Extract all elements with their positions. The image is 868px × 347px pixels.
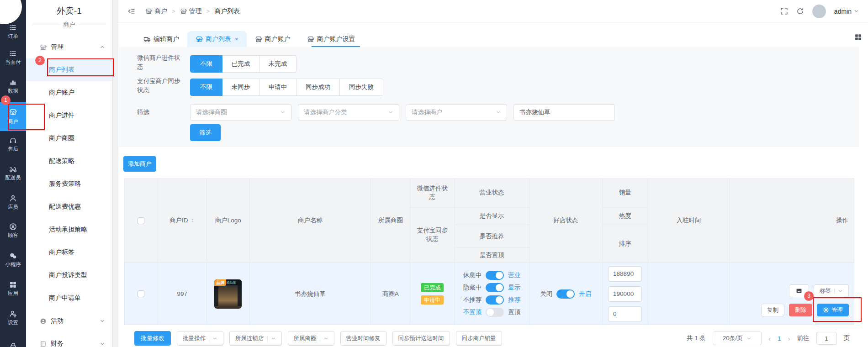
tab-merchant-account[interactable]: 商户账户 [247,31,299,47]
header-good-shop-status: 好店状态 [529,179,603,263]
district-dropdown[interactable]: 所属商圈 [288,331,334,346]
rail-item-courier[interactable]: 配送员 [0,165,26,181]
sidebar-item-delivery-strategy[interactable]: 配送策略 [26,150,112,173]
avatar[interactable] [812,5,826,18]
tab-merchant-list[interactable]: 商户列表 × [187,31,247,47]
sidebar-item-merchant-list[interactable]: 商户列表 [26,58,112,81]
bulk-edit-button[interactable]: 批量修改 [134,331,171,346]
page-size-select[interactable]: 20条/页 [713,331,762,345]
tag-dropdown-button[interactable]: 标签 [814,284,849,297]
sidebar-item-complaint-types[interactable]: 商户投诉类型 [26,264,112,287]
breadcrumb-merchant-list: 商户列表 [214,7,240,16]
bulk-action-dropdown[interactable]: 批量操作 [177,331,223,346]
sidebar-item-merchant-applications[interactable]: 商户申请单 [26,287,112,310]
header-sales: 销量 [603,179,648,207]
rail-item-settings[interactable]: 设置 [0,310,26,326]
chain-store-dropdown[interactable]: 所属连锁店 [229,331,282,346]
business-toggle-row: 休息中 营业 [463,271,521,280]
rail-item-apps[interactable]: 应用 [0,281,26,297]
divider [79,25,107,25]
sort-carets-icon[interactable] [190,217,195,224]
rail-item-facepay[interactable]: 当面付 [0,50,26,66]
segment-option-unlimited[interactable]: 不限 [190,79,222,96]
rail-item-label: 店员 [8,204,18,210]
header-status-group: 微信进件状态 支付宝同步状态 [410,179,455,263]
sidebar-collapse-icon[interactable] [127,7,135,15]
sidebar-item-merchant-account[interactable]: 商户账户 [26,81,112,104]
goto-page-input[interactable] [816,332,837,345]
sort-input[interactable] [608,306,642,322]
segment-option-unsynced[interactable]: 未同步 [222,79,259,96]
tag-button-label: 标签 [820,287,831,295]
segment-option-completed[interactable]: 已完成 [222,55,259,73]
merchant-keyword-input[interactable] [513,104,615,121]
rail-item-staff[interactable]: 店员 [0,195,26,210]
sidebar-item-merchant-tags[interactable]: 商户标签 [26,241,112,264]
sync-eta-button[interactable]: 同步预计送达时间 [392,331,450,346]
pagination-prev[interactable]: ‹ [768,335,771,342]
recommend-toggle[interactable] [486,295,504,305]
delete-button[interactable]: 删除 [789,304,812,316]
sidebar-item-activity-cost[interactable]: 活动承担策略 [26,218,112,241]
tab-list-grid-icon[interactable] [854,33,862,41]
image-button[interactable] [789,284,809,297]
copy-button[interactable]: 复制 [761,304,784,316]
pagination-page-1[interactable]: 1 [778,335,781,342]
tab-merchant-account-settings[interactable]: 商户账户设置 [299,31,364,47]
tab-edit-merchant[interactable]: 编辑商户 [135,31,187,47]
sidebar-item-merchant-district[interactable]: 商户商圈 [26,127,112,150]
segment-option-sync-success[interactable]: 同步成功 [296,79,340,96]
header-join-time: 入驻时间 [648,179,730,263]
user-menu[interactable]: admin [834,8,859,15]
wechat-icon [9,252,17,260]
add-merchant-button[interactable]: 添加商户 [123,156,156,172]
refresh-icon[interactable] [796,7,804,15]
segment-option-unlimited[interactable]: 不限 [190,55,222,73]
segment-option-sync-failed[interactable]: 同步失败 [339,79,383,96]
breadcrumb-merchant[interactable]: 商户 [145,7,167,16]
sidebar-item-merchant-onboarding[interactable]: 商户进件 [26,104,112,127]
rail-item-customer[interactable]: 顾客 [0,223,26,239]
fullscreen-icon[interactable] [780,7,788,15]
pin-toggle[interactable] [486,308,504,317]
toggle-on-label: 显示 [508,284,520,292]
menu-group-activity[interactable]: 活动 [26,310,112,332]
sync-merchant-sales-button[interactable]: 同步商户销量 [456,331,502,346]
fix-business-hours-button[interactable]: 营业时间修复 [340,331,386,346]
chevron-down-icon [280,110,286,115]
good-shop-toggle[interactable] [556,289,575,299]
chevron-down-icon [854,9,859,14]
toggle-knob [496,272,503,279]
pagination-next[interactable]: › [788,335,790,342]
sales-input[interactable] [608,266,642,282]
rail-item-miniprogram[interactable]: 小程序 [0,252,26,268]
tab-close-icon[interactable]: × [235,36,238,42]
select-all-checkbox[interactable] [138,217,144,224]
visible-toggle[interactable] [486,283,504,292]
rail-item-aftersale[interactable]: 售后 [0,137,26,152]
merchant-logo-image[interactable]: 书亦烧仙草 品牌 [214,279,242,309]
chevron-down-icon [323,336,328,341]
rail-item-orders[interactable]: 订单 [0,24,26,40]
merchant-select[interactable]: 请选择商户 [406,104,507,121]
rail-item-partial[interactable] [9,342,17,347]
tab-label: 商户账户设置 [317,35,355,43]
rail-item-data[interactable]: 数据 [0,79,26,95]
segment-option-applying[interactable]: 申请中 [259,79,296,96]
breadcrumb-label: 商户列表 [214,7,240,16]
row-checkbox[interactable] [138,290,144,297]
segment-option-incomplete[interactable]: 未完成 [259,55,296,73]
manage-button[interactable]: 管理 [817,304,849,316]
breadcrumb-manage[interactable]: 管理 [180,7,202,16]
breadcrumb: 商户 > 管理 > 商户列表 [145,7,240,16]
sidebar-item-service-fee[interactable]: 服务费策略 [26,173,112,195]
menu-group-finance[interactable]: 财务 [26,332,112,347]
merchant-category-select[interactable]: 请选择商户分类 [298,104,399,121]
menu-group-manage[interactable]: 管理 [26,36,112,58]
business-status-toggle[interactable] [486,271,504,280]
district-select[interactable]: 请选择商圈 [190,104,291,121]
heat-input[interactable] [608,286,642,302]
sidebar-item-delivery-discount[interactable]: 配送费优惠 [26,195,112,218]
filter-submit-button[interactable]: 筛选 [190,124,221,141]
rail-item-merchant[interactable]: 商户 [0,102,26,131]
